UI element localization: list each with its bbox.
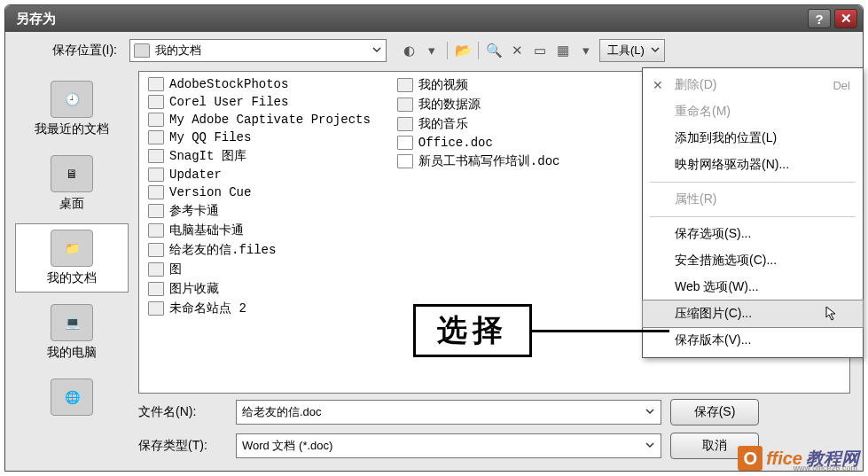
menu-item[interactable]: 压缩图片(C)... — [642, 300, 864, 328]
list-item[interactable]: AdobeStockPhotos — [148, 77, 371, 91]
filename-value: 给老友的信.doc — [242, 404, 322, 420]
filetype-select[interactable]: Word 文档 (*.doc) — [236, 433, 661, 458]
menu-item[interactable]: 安全措施选项(C)... — [643, 247, 863, 274]
menu-item[interactable]: 映射网络驱动器(N)... — [643, 152, 863, 178]
folder-icon — [148, 204, 164, 218]
list-item[interactable]: Updater — [148, 168, 371, 182]
folder-icon — [397, 117, 413, 131]
folder-icon — [134, 43, 150, 58]
folder-icon — [148, 185, 164, 199]
document-icon — [397, 136, 413, 150]
chevron-down-icon — [371, 44, 382, 58]
chevron-down-icon — [650, 44, 661, 58]
list-item[interactable]: 新员工书稿写作培训.doc — [397, 153, 560, 169]
menu-item: 属性(R) — [643, 186, 863, 213]
filetype-value: Word 文档 (*.doc) — [242, 438, 332, 454]
network-icon: 🌐 — [51, 378, 93, 416]
folder-icon — [397, 78, 413, 92]
list-item[interactable]: 图 — [148, 261, 371, 277]
watermark: O ffice 教程网 www.office26.com — [738, 446, 859, 471]
folder-icon — [148, 301, 164, 316]
help-button[interactable]: ? — [808, 9, 831, 28]
chevron-down-icon — [645, 406, 655, 419]
folder-icon — [148, 149, 164, 163]
list-item[interactable]: 给老友的信.files — [148, 242, 371, 258]
list-item[interactable]: 参考卡通 — [148, 203, 371, 219]
location-select[interactable]: 我的文档 — [129, 39, 387, 62]
computer-icon: 💻 — [51, 304, 93, 341]
list-item[interactable]: My QQ Files — [148, 130, 371, 144]
titlebar[interactable]: 另存为 ? ✕ — [5, 5, 863, 32]
menu-item[interactable]: 保存版本(V)... — [643, 327, 863, 354]
bottom-controls: 文件名(N): 给老友的信.doc 保存(S) 保存类型(T): Word 文档… — [5, 394, 863, 459]
folder-icon — [148, 130, 164, 144]
folder-icon — [148, 243, 164, 257]
list-item[interactable]: My Adobe Captivate Projects — [148, 113, 371, 127]
folder-icon — [148, 262, 164, 277]
list-item[interactable]: 我的音乐 — [397, 116, 560, 132]
drop-icon[interactable]: ▾ — [422, 41, 442, 60]
folder-icon — [148, 223, 164, 238]
list-item[interactable]: SnagIt 图库 — [148, 148, 371, 164]
documents-icon: 📁 — [51, 230, 93, 267]
menu-item: ✕删除(D)Del — [643, 72, 863, 98]
list-item[interactable]: Corel User Files — [148, 95, 371, 109]
list-item[interactable]: 图片收藏 — [148, 281, 371, 297]
location-label: 保存位置(I): — [18, 43, 124, 59]
location-row: 保存位置(I): 我的文档 ◐ ▾ 📂 🔍 ✕ ▭ ▦ ▾ 工具(L) — [5, 32, 863, 66]
folder-icon — [148, 95, 164, 109]
sidebar-item-desktop[interactable]: 🖥 桌面 — [15, 149, 129, 218]
sidebar-item-computer[interactable]: 💻 我的电脑 — [15, 298, 129, 367]
search-icon[interactable]: 🔍 — [484, 41, 504, 60]
cursor-icon — [825, 306, 838, 322]
tools-label: 工具(L) — [607, 43, 645, 59]
list-item[interactable]: 电脑基础卡通 — [148, 222, 371, 238]
folder-icon — [397, 98, 413, 112]
menu-item[interactable]: 添加到我的位置(L) — [643, 125, 863, 152]
sidebar-item-recent[interactable]: 🕘 我最近的文档 — [15, 74, 129, 144]
close-button[interactable]: ✕ — [834, 9, 857, 28]
filename-label: 文件名(N): — [138, 404, 227, 420]
toolbar: ◐ ▾ 📂 🔍 ✕ ▭ ▦ ▾ 工具(L) — [392, 39, 850, 62]
delete-icon: ✕ — [650, 77, 666, 93]
list-item[interactable]: 未命名站点 2 — [148, 300, 371, 316]
list-item[interactable]: Office.doc — [397, 136, 560, 150]
chevron-down-icon — [645, 440, 655, 453]
up-folder-icon[interactable]: 📂 — [453, 41, 473, 60]
document-icon — [397, 154, 413, 168]
menu-item[interactable]: Web 选项(W)... — [643, 274, 863, 300]
list-item[interactable]: Version Cue — [148, 185, 371, 199]
folder-icon — [148, 77, 164, 91]
location-value: 我的文档 — [155, 43, 201, 59]
folder-icon — [148, 113, 164, 127]
delete-icon[interactable]: ✕ — [507, 41, 527, 60]
list-item[interactable]: 我的视频 — [397, 77, 560, 93]
tools-menu: ✕删除(D)Del重命名(M)添加到我的位置(L)映射网络驱动器(N)...属性… — [642, 67, 864, 358]
folder-icon — [148, 282, 164, 296]
back-icon[interactable]: ◐ — [399, 41, 418, 60]
menu-item[interactable]: 保存选项(S)... — [643, 221, 863, 247]
sidebar-item-documents[interactable]: 📁 我的文档 — [15, 223, 129, 293]
save-button[interactable]: 保存(S) — [670, 399, 759, 425]
recent-icon: 🕘 — [51, 81, 93, 118]
watermark-icon: O — [738, 446, 762, 471]
desktop-icon: 🖥 — [51, 155, 93, 192]
views-icon[interactable]: ▦ — [553, 41, 573, 60]
tools-button[interactable]: 工具(L) — [599, 39, 665, 62]
new-folder-icon[interactable]: ▭ — [530, 41, 550, 60]
menu-item: 重命名(M) — [643, 98, 863, 125]
places-sidebar: 🕘 我最近的文档 🖥 桌面 📁 我的文档 💻 我的电脑 🌐 — [5, 66, 138, 394]
filetype-label: 保存类型(T): — [138, 438, 227, 454]
sidebar-item-network[interactable]: 🌐 — [15, 372, 129, 425]
callout-text: 选择 — [413, 304, 532, 357]
callout-line — [532, 330, 669, 332]
annotation-callout: 选择 — [413, 304, 669, 357]
folder-icon — [148, 168, 164, 182]
drop2-icon[interactable]: ▾ — [576, 41, 596, 60]
filename-input[interactable]: 给老友的信.doc — [236, 400, 661, 425]
list-item[interactable]: 我的数据源 — [397, 97, 560, 113]
window-title: 另存为 — [11, 11, 804, 27]
